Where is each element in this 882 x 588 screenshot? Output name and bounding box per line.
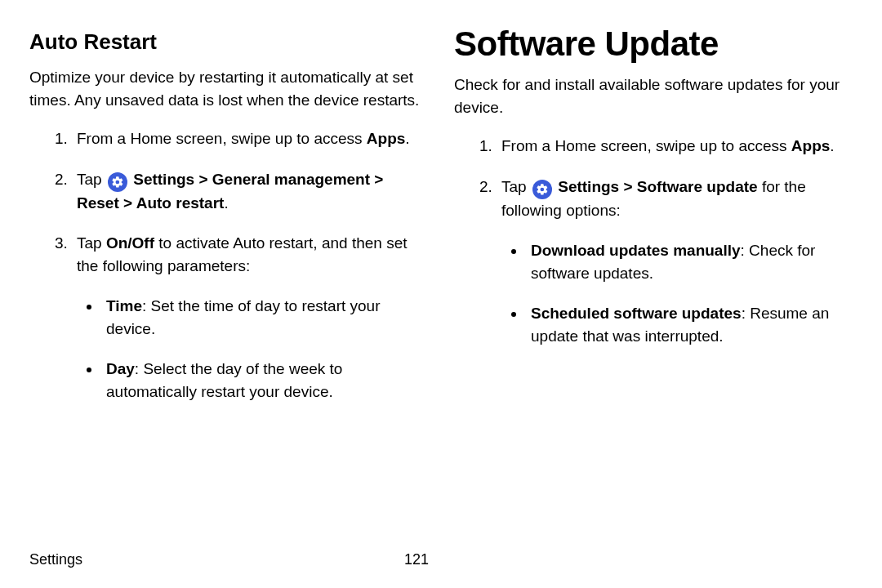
step-text: . — [224, 194, 228, 212]
bold-apps: Apps — [367, 130, 406, 147]
bullet-text: : Select the day of the week to automati… — [106, 360, 342, 400]
parameters-list: Time: Set the time of day to restart you… — [77, 295, 425, 403]
bold-day: Day — [106, 360, 135, 377]
step-text: From a Home screen, swipe up to access — [501, 137, 791, 154]
options-list: Download updates manually: Check for sof… — [501, 239, 849, 347]
bold-onoff: On/Off — [106, 234, 154, 252]
content-columns: Auto Restart Optimize your device by res… — [29, 29, 849, 421]
step-1: From a Home screen, swipe up to access A… — [497, 135, 849, 158]
page-footer: Settings 121 — [29, 551, 849, 568]
bullet-day: Day: Select the day of the week to autom… — [101, 358, 425, 403]
bold-scheduled: Scheduled software updates — [531, 305, 742, 322]
step-2: Tap Settings > Software update for the f… — [497, 176, 849, 348]
step-text: From a Home screen, swipe up to access — [77, 130, 367, 147]
right-column: Software Update Check for and install av… — [454, 29, 849, 421]
step-text: Tap — [77, 234, 106, 252]
settings-icon — [108, 172, 127, 192]
left-column: Auto Restart Optimize your device by res… — [29, 29, 425, 421]
bold-apps: Apps — [791, 137, 831, 154]
bullet-time: Time: Set the time of day to restart you… — [101, 295, 425, 340]
step-3: Tap On/Off to activate Auto restart, and… — [72, 232, 425, 403]
intro-software-update: Check for and install available software… — [454, 74, 849, 118]
bold-download: Download updates manually — [531, 242, 741, 259]
settings-icon — [532, 180, 552, 199]
bullet-scheduled: Scheduled software updates: Resume an up… — [526, 302, 849, 347]
footer-section: Settings — [29, 551, 82, 568]
steps-auto-restart: From a Home screen, swipe up to access A… — [29, 127, 425, 403]
footer-page-number: 121 — [404, 551, 429, 568]
step-2: Tap Settings > General management > Rese… — [72, 168, 425, 215]
bullet-download: Download updates manually: Check for sof… — [526, 239, 849, 284]
step-text: . — [830, 137, 834, 154]
step-text: Tap — [501, 178, 531, 195]
step-text: Tap — [77, 171, 106, 188]
chapter-heading-software-update: Software Update — [454, 24, 849, 64]
section-heading-auto-restart: Auto Restart — [29, 29, 425, 55]
bold-time: Time — [106, 297, 142, 314]
steps-software-update: From a Home screen, swipe up to access A… — [454, 135, 849, 347]
step-1: From a Home screen, swipe up to access A… — [72, 127, 425, 150]
step-text: . — [405, 130, 409, 147]
bold-settings-path: Settings > Software update — [558, 178, 757, 195]
bullet-text: : Set the time of day to restart your de… — [106, 297, 380, 337]
intro-auto-restart: Optimize your device by restarting it au… — [29, 66, 425, 111]
